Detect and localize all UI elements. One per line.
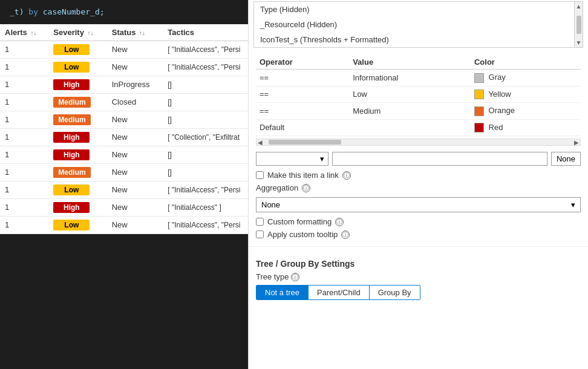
left-panel: _t) by caseNumber_d; Alerts ↑↓ Severity … (0, 0, 248, 369)
tree-type-button-group-by[interactable]: Group By (369, 286, 420, 299)
severity-badge: Low (53, 62, 90, 73)
cell-status: New (107, 181, 163, 198)
threshold-value: Informational (349, 70, 471, 87)
custom-formatting-label: Custom formatting (267, 217, 332, 226)
cell-severity: Medium (48, 111, 106, 128)
scrollbar-thumb-horizontal (269, 140, 341, 145)
scrollbar-thumb (577, 16, 581, 34)
custom-formatting-info-icon: ⓘ (335, 218, 344, 226)
cell-alerts: 1 (0, 198, 48, 216)
tree-type-buttons: Not a treeParent/ChildGroup By (256, 285, 420, 300)
sort-icon-status: ↑↓ (139, 30, 145, 36)
cell-status: New (107, 41, 163, 58)
code-text: _t) (10, 7, 28, 16)
table-row: 1 Low New [ "InitialAccess", "Persi (0, 58, 248, 76)
severity-badge: Low (53, 220, 90, 230)
severity-badge: Low (53, 44, 90, 55)
scrollbar-down-arrow[interactable]: ▼ (576, 39, 582, 46)
threshold-value: Medium (349, 103, 471, 120)
cell-severity: Low (48, 41, 106, 58)
cell-alerts: 1 (0, 181, 48, 198)
table-row: 1 Low New [ "InitialAccess", "Persi (0, 181, 248, 198)
value-input[interactable] (332, 152, 547, 166)
make-link-checkbox[interactable] (256, 171, 264, 179)
color-label: Gray (489, 73, 506, 82)
operator-select[interactable]: ▾ (256, 152, 328, 166)
table-row: 1 Medium New [] (0, 163, 248, 181)
cell-tactics: [] (163, 76, 248, 93)
apply-tooltip-checkbox[interactable] (256, 230, 264, 238)
cell-severity: High (48, 76, 106, 93)
apply-tooltip-row: Apply custom tooltip ⓘ (256, 230, 581, 239)
tree-type-info-icon: ⓘ (291, 273, 299, 281)
cell-status: New (107, 128, 163, 146)
cell-status: New (107, 216, 163, 233)
sort-icon-severity: ↑↓ (88, 30, 94, 36)
color-swatch (474, 73, 484, 83)
cell-alerts: 1 (0, 58, 48, 76)
none-button[interactable]: None (551, 152, 581, 166)
col-severity[interactable]: Severity ↑↓ (48, 24, 106, 41)
cell-tactics: [ "InitialAccess", "Persi (163, 216, 248, 233)
custom-formatting-checkbox[interactable] (256, 218, 264, 226)
aggregation-label: Aggregation (256, 183, 298, 192)
apply-tooltip-info-icon: ⓘ (341, 230, 350, 239)
col-status-label: Status (112, 28, 136, 37)
operator-chevron-icon: ▾ (320, 154, 324, 163)
cell-tactics: [ "InitialAccess", "Persi (163, 41, 248, 58)
cell-severity: High (48, 198, 106, 216)
threshold-color: Yellow (471, 86, 581, 103)
cell-tactics: [ "Collection", "Exfiltrat (163, 128, 248, 146)
table-row: 1 High New [ "InitialAccess" ] (0, 198, 248, 216)
scroll-left-arrow[interactable]: ◀ (258, 139, 263, 146)
threshold-row: Default Red (256, 119, 581, 136)
col-alerts[interactable]: Alerts ↑↓ (0, 24, 48, 41)
cell-alerts: 1 (0, 216, 48, 233)
th-color: Color (471, 55, 581, 70)
cell-severity: Medium (48, 163, 106, 181)
aggregation-chevron-icon: ▾ (571, 200, 575, 209)
make-link-info-icon: ⓘ (342, 171, 351, 180)
make-link-row: Make this item a link ⓘ (256, 171, 581, 180)
col-severity-label: Severity (53, 28, 84, 37)
col-tactics-label: Tactics (168, 28, 194, 37)
threshold-header-row: Operator Value Color (256, 55, 581, 70)
data-table: Alerts ↑↓ Severity ↑↓ Status ↑↓ Tactics (0, 24, 248, 234)
col-status[interactable]: Status ↑↓ (107, 24, 163, 41)
tree-type-button-parent/child[interactable]: Parent/Child (308, 286, 369, 299)
cell-status: New (107, 111, 163, 128)
table-container: Alerts ↑↓ Severity ↑↓ Status ↑↓ Tactics (0, 24, 248, 234)
field-list-item[interactable]: _ResourceId (Hidden) (254, 17, 583, 32)
cell-alerts: 1 (0, 93, 48, 111)
severity-badge: High (53, 202, 90, 213)
tree-type-button-not-a-tree[interactable]: Not a tree (256, 286, 308, 299)
cell-alerts: 1 (0, 163, 48, 181)
col-alerts-label: Alerts (5, 28, 27, 37)
horizontal-scrollbar[interactable]: ▶ ◀ (256, 139, 581, 146)
tree-type-row: Tree type ⓘ (256, 272, 581, 281)
table-row: 1 Low New [ "InitialAccess", "Persi (0, 216, 248, 233)
severity-badge: Medium (53, 97, 90, 108)
scroll-right-arrow[interactable]: ▶ (574, 139, 579, 146)
threshold-color: Gray (471, 70, 581, 87)
color-swatch (474, 90, 484, 99)
code-area: _t) by caseNumber_d; (0, 0, 248, 24)
table-row: 1 High New [] (0, 146, 248, 163)
field-list-item[interactable]: IconTest_s (Thresholds + Formatted) (254, 32, 583, 47)
cell-status: New (107, 163, 163, 181)
field-list: Type (Hidden)_ResourceId (Hidden)IconTes… (254, 2, 583, 47)
field-list-container: Type (Hidden)_ResourceId (Hidden)IconTes… (253, 1, 583, 48)
cell-tactics: [] (163, 111, 248, 128)
table-row: 1 Medium Closed [] (0, 93, 248, 111)
scrollbar-up-arrow[interactable]: ▲ (576, 3, 582, 10)
threshold-operator: == (256, 103, 349, 120)
cell-tactics: [ "InitialAccess", "Persi (163, 58, 248, 76)
cell-alerts: 1 (0, 146, 48, 163)
color-label: Red (489, 123, 503, 132)
cell-tactics: [] (163, 146, 248, 163)
color-label: Orange (489, 106, 515, 115)
aggregation-select[interactable]: None ▾ (256, 197, 581, 212)
threshold-row: == Medium Orange (256, 103, 581, 120)
tree-type-label: Tree type (256, 272, 289, 281)
field-list-item[interactable]: Type (Hidden) (254, 2, 583, 17)
